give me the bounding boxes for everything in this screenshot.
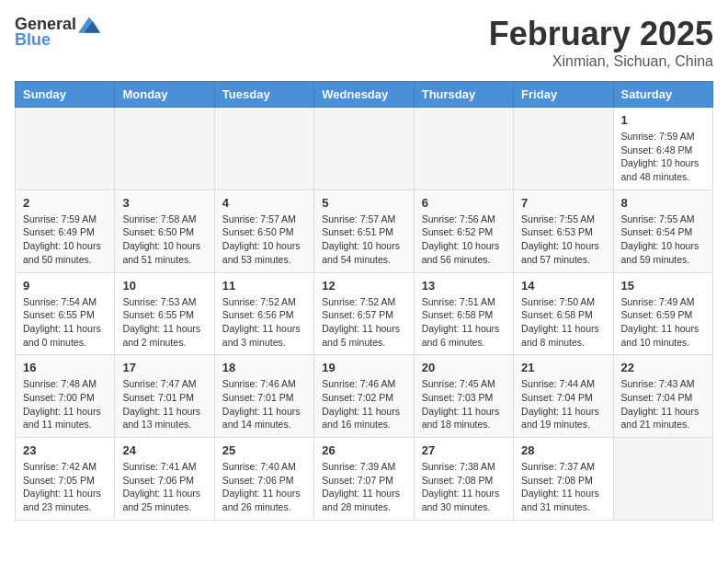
day-number: 25 bbox=[222, 443, 306, 457]
calendar-cell: 21Sunrise: 7:44 AMSunset: 7:04 PMDayligh… bbox=[514, 355, 613, 438]
day-info: Sunrise: 7:41 AMSunset: 7:06 PMDaylight:… bbox=[122, 460, 206, 514]
day-number: 15 bbox=[621, 279, 705, 293]
day-number: 11 bbox=[222, 279, 306, 293]
calendar-cell: 16Sunrise: 7:48 AMSunset: 7:00 PMDayligh… bbox=[16, 355, 115, 438]
calendar-cell: 7Sunrise: 7:55 AMSunset: 6:53 PMDaylight… bbox=[514, 190, 613, 272]
header: General Blue February 2025 Xinmian, Sich… bbox=[15, 15, 713, 70]
calendar-cell: 27Sunrise: 7:38 AMSunset: 7:08 PMDayligh… bbox=[414, 438, 513, 521]
calendar-cell: 9Sunrise: 7:54 AMSunset: 6:55 PMDaylight… bbox=[16, 272, 115, 355]
calendar-cell: 20Sunrise: 7:45 AMSunset: 7:03 PMDayligh… bbox=[414, 355, 513, 438]
calendar-cell bbox=[115, 108, 214, 190]
calendar-week-row: 1Sunrise: 7:59 AMSunset: 6:48 PMDaylight… bbox=[16, 108, 713, 190]
day-number: 21 bbox=[521, 361, 605, 374]
calendar-cell: 28Sunrise: 7:37 AMSunset: 7:08 PMDayligh… bbox=[514, 438, 613, 521]
day-number: 14 bbox=[521, 279, 605, 293]
day-info: Sunrise: 7:56 AMSunset: 6:52 PMDaylight:… bbox=[422, 213, 506, 267]
day-info: Sunrise: 7:54 AMSunset: 6:55 PMDaylight:… bbox=[23, 295, 107, 350]
day-number: 2 bbox=[23, 196, 107, 210]
calendar-week-row: 9Sunrise: 7:54 AMSunset: 6:55 PMDaylight… bbox=[16, 272, 713, 355]
calendar-cell: 11Sunrise: 7:52 AMSunset: 6:56 PMDayligh… bbox=[214, 272, 313, 355]
calendar-cell: 23Sunrise: 7:42 AMSunset: 7:05 PMDayligh… bbox=[16, 438, 115, 521]
logo: General Blue bbox=[15, 15, 100, 50]
day-info: Sunrise: 7:43 AMSunset: 7:04 PMDaylight:… bbox=[621, 377, 705, 431]
calendar-cell: 18Sunrise: 7:46 AMSunset: 7:01 PMDayligh… bbox=[214, 355, 313, 438]
calendar-cell: 10Sunrise: 7:53 AMSunset: 6:55 PMDayligh… bbox=[115, 272, 214, 355]
calendar-cell: 14Sunrise: 7:50 AMSunset: 6:58 PMDayligh… bbox=[514, 272, 613, 355]
calendar-week-row: 23Sunrise: 7:42 AMSunset: 7:05 PMDayligh… bbox=[16, 438, 713, 521]
calendar-cell: 13Sunrise: 7:51 AMSunset: 6:58 PMDayligh… bbox=[414, 272, 513, 355]
day-number: 26 bbox=[322, 443, 405, 457]
day-number: 17 bbox=[122, 361, 206, 374]
day-info: Sunrise: 7:46 AMSunset: 7:02 PMDaylight:… bbox=[322, 377, 405, 431]
calendar-cell: 25Sunrise: 7:40 AMSunset: 7:06 PMDayligh… bbox=[214, 438, 313, 521]
day-number: 23 bbox=[23, 443, 107, 457]
day-info: Sunrise: 7:55 AMSunset: 6:54 PMDaylight:… bbox=[621, 213, 705, 267]
day-info: Sunrise: 7:46 AMSunset: 7:01 PMDaylight:… bbox=[222, 377, 306, 431]
day-info: Sunrise: 7:50 AMSunset: 6:58 PMDaylight:… bbox=[521, 295, 605, 350]
day-number: 18 bbox=[222, 361, 306, 374]
day-number: 7 bbox=[521, 196, 605, 210]
col-header-friday: Friday bbox=[514, 82, 613, 108]
calendar-cell: 8Sunrise: 7:55 AMSunset: 6:54 PMDaylight… bbox=[613, 190, 712, 272]
day-number: 10 bbox=[122, 279, 206, 293]
day-number: 28 bbox=[521, 443, 605, 457]
calendar-cell bbox=[514, 108, 613, 190]
day-info: Sunrise: 7:57 AMSunset: 6:51 PMDaylight:… bbox=[322, 213, 405, 267]
day-number: 5 bbox=[322, 196, 405, 210]
day-info: Sunrise: 7:51 AMSunset: 6:58 PMDaylight:… bbox=[422, 295, 506, 350]
calendar-cell: 3Sunrise: 7:58 AMSunset: 6:50 PMDaylight… bbox=[115, 190, 214, 272]
day-info: Sunrise: 7:59 AMSunset: 6:49 PMDaylight:… bbox=[23, 213, 107, 267]
day-info: Sunrise: 7:47 AMSunset: 7:01 PMDaylight:… bbox=[122, 377, 206, 431]
calendar-week-row: 16Sunrise: 7:48 AMSunset: 7:00 PMDayligh… bbox=[16, 355, 713, 438]
day-number: 20 bbox=[422, 361, 506, 374]
day-info: Sunrise: 7:57 AMSunset: 6:50 PMDaylight:… bbox=[222, 213, 306, 267]
calendar-cell: 17Sunrise: 7:47 AMSunset: 7:01 PMDayligh… bbox=[115, 355, 214, 438]
day-number: 1 bbox=[621, 113, 705, 127]
day-number: 6 bbox=[422, 196, 506, 210]
col-header-sunday: Sunday bbox=[16, 82, 115, 108]
day-info: Sunrise: 7:38 AMSunset: 7:08 PMDaylight:… bbox=[422, 460, 506, 514]
day-info: Sunrise: 7:45 AMSunset: 7:03 PMDaylight:… bbox=[422, 377, 506, 431]
day-info: Sunrise: 7:52 AMSunset: 6:57 PMDaylight:… bbox=[322, 295, 405, 350]
day-number: 9 bbox=[23, 279, 107, 293]
day-number: 16 bbox=[23, 361, 107, 374]
col-header-tuesday: Tuesday bbox=[214, 82, 313, 108]
day-number: 22 bbox=[621, 361, 705, 374]
day-number: 24 bbox=[122, 443, 206, 457]
calendar-cell: 2Sunrise: 7:59 AMSunset: 6:49 PMDaylight… bbox=[16, 190, 115, 272]
calendar-cell: 24Sunrise: 7:41 AMSunset: 7:06 PMDayligh… bbox=[115, 438, 214, 521]
day-number: 4 bbox=[222, 196, 306, 210]
logo-blue: Blue bbox=[15, 30, 51, 50]
col-header-saturday: Saturday bbox=[613, 82, 712, 108]
calendar-cell: 4Sunrise: 7:57 AMSunset: 6:50 PMDaylight… bbox=[214, 190, 313, 272]
calendar-cell: 19Sunrise: 7:46 AMSunset: 7:02 PMDayligh… bbox=[314, 355, 414, 438]
day-number: 13 bbox=[422, 279, 506, 293]
day-info: Sunrise: 7:44 AMSunset: 7:04 PMDaylight:… bbox=[521, 377, 605, 431]
day-info: Sunrise: 7:37 AMSunset: 7:08 PMDaylight:… bbox=[521, 460, 605, 514]
calendar-cell: 5Sunrise: 7:57 AMSunset: 6:51 PMDaylight… bbox=[314, 190, 414, 272]
day-info: Sunrise: 7:42 AMSunset: 7:05 PMDaylight:… bbox=[23, 460, 107, 514]
calendar-cell bbox=[16, 108, 115, 190]
calendar-cell bbox=[314, 108, 414, 190]
logo-icon bbox=[78, 16, 100, 34]
calendar-cell bbox=[613, 438, 712, 521]
calendar-week-row: 2Sunrise: 7:59 AMSunset: 6:49 PMDaylight… bbox=[16, 190, 713, 272]
location-subtitle: Xinmian, Sichuan, China bbox=[489, 53, 713, 70]
day-info: Sunrise: 7:58 AMSunset: 6:50 PMDaylight:… bbox=[122, 213, 206, 267]
day-info: Sunrise: 7:52 AMSunset: 6:56 PMDaylight:… bbox=[222, 295, 306, 350]
day-number: 12 bbox=[322, 279, 405, 293]
calendar-cell: 26Sunrise: 7:39 AMSunset: 7:07 PMDayligh… bbox=[314, 438, 414, 521]
calendar-cell: 22Sunrise: 7:43 AMSunset: 7:04 PMDayligh… bbox=[613, 355, 712, 438]
day-info: Sunrise: 7:40 AMSunset: 7:06 PMDaylight:… bbox=[222, 460, 306, 514]
day-number: 27 bbox=[422, 443, 506, 457]
day-info: Sunrise: 7:59 AMSunset: 6:48 PMDaylight:… bbox=[621, 130, 705, 184]
month-year-title: February 2025 bbox=[489, 15, 713, 53]
day-info: Sunrise: 7:55 AMSunset: 6:53 PMDaylight:… bbox=[521, 213, 605, 267]
calendar-cell: 6Sunrise: 7:56 AMSunset: 6:52 PMDaylight… bbox=[414, 190, 513, 272]
calendar-cell bbox=[214, 108, 313, 190]
day-info: Sunrise: 7:48 AMSunset: 7:00 PMDaylight:… bbox=[23, 377, 107, 431]
title-area: February 2025 Xinmian, Sichuan, China bbox=[489, 15, 713, 70]
col-header-wednesday: Wednesday bbox=[314, 82, 414, 108]
day-info: Sunrise: 7:49 AMSunset: 6:59 PMDaylight:… bbox=[621, 295, 705, 350]
day-number: 3 bbox=[122, 196, 206, 210]
